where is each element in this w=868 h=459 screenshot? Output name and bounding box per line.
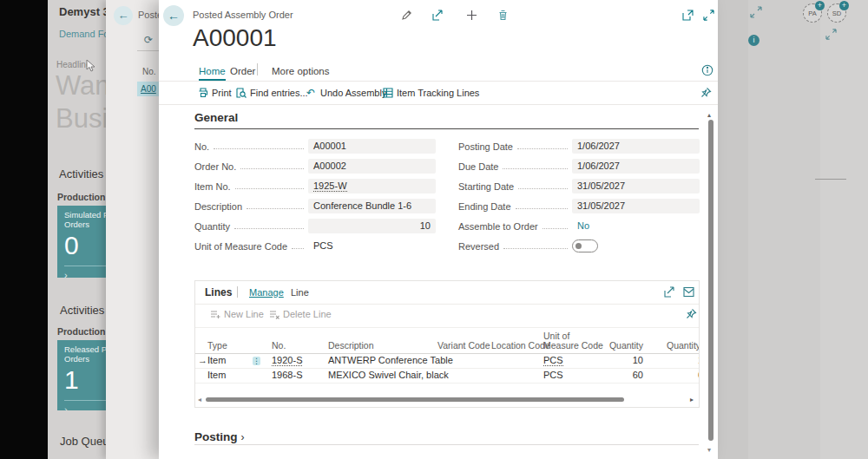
field-value-due-date[interactable]: 1/06/2027 <box>572 159 700 174</box>
cell-type[interactable]: Item <box>207 353 253 368</box>
tile-divider <box>64 266 106 266</box>
backdrop-divider <box>815 179 846 180</box>
tab-more-options[interactable]: More options <box>272 66 329 76</box>
field-label: Ending Date <box>458 201 511 212</box>
new-line-button[interactable]: New Line <box>210 309 264 319</box>
cell-quantity-per[interactable]: 6 <box>645 368 700 383</box>
pin-icon[interactable] <box>686 308 697 319</box>
lines-tab-line[interactable]: Line <box>291 287 309 298</box>
refresh-icon[interactable]: ⟳ <box>144 34 153 46</box>
nav-link-demand-forecast[interactable]: Demand Fo <box>59 29 106 39</box>
avatar-pa[interactable]: PA + <box>803 3 822 23</box>
tile-label: Released Pro <box>64 344 106 354</box>
avatar-initials: PA <box>808 10 816 17</box>
field-value-no[interactable]: A00001 <box>308 139 436 154</box>
background-page: Demyst 3 Demand Fo Headline Wan Busi Act… <box>48 0 106 459</box>
back-button[interactable]: ← <box>163 5 184 26</box>
field-value-assemble-to-order[interactable]: No <box>572 219 700 233</box>
pin-icon[interactable] <box>700 87 712 98</box>
line-row-2[interactable]: Item 1968-S MEXICO Swivel Chair, black P… <box>195 368 700 384</box>
print-label: Print <box>212 88 232 98</box>
cell-description[interactable]: ANTWERP Conference Table <box>328 353 437 368</box>
tab-separator <box>257 63 258 75</box>
posting-section-header[interactable]: Posting › <box>194 430 245 443</box>
field-value-quantity[interactable]: 10 <box>308 219 436 233</box>
col-no[interactable]: No. <box>272 341 328 353</box>
col-variant-code[interactable]: Variant Code <box>437 341 491 353</box>
field-label: Quantity <box>194 221 230 232</box>
cue-tile-simulated-orders[interactable]: Simulated P Orders 0 › <box>57 206 106 278</box>
col-description[interactable]: Description <box>328 341 437 353</box>
dotted-leader <box>542 221 568 229</box>
field-posting-date: Posting Date 1/06/2027 <box>458 139 700 154</box>
cell-no[interactable]: 1968-S <box>272 368 328 383</box>
field-value-order-no[interactable]: A00002 <box>308 159 436 174</box>
mouse-cursor <box>86 60 95 73</box>
toggle-pill[interactable] <box>572 239 598 252</box>
field-label: Order No. <box>194 161 236 172</box>
col-quantity-per[interactable]: Quantity pe <box>645 341 700 353</box>
tab-order[interactable]: Order <box>230 66 255 76</box>
open-in-window-icon[interactable] <box>682 10 694 21</box>
field-value-ending-date[interactable]: 31/05/2027 <box>572 199 700 213</box>
col-location-code[interactable]: Location Code <box>491 341 543 353</box>
cell-quantity[interactable]: 10 <box>600 353 645 368</box>
vertical-scrollbar-thumb[interactable] <box>708 120 713 441</box>
line-row-1[interactable]: → Item ⋮ 1920-S ANTWERP Conference Table… <box>195 353 700 369</box>
field-value-posting-date[interactable]: 1/06/2027 <box>572 139 700 154</box>
tab-home[interactable]: Home <box>199 66 226 81</box>
field-value-starting-date[interactable]: 31/05/2027 <box>572 179 700 193</box>
chevron-right-icon: › <box>64 270 106 278</box>
expand-icon[interactable] <box>703 10 714 21</box>
field-label: Reversed <box>458 241 499 252</box>
lines-tab-manage[interactable]: Manage <box>249 287 284 298</box>
item-no-link[interactable]: 1925-W <box>313 180 347 192</box>
cell-no[interactable]: 1920-S <box>272 353 328 368</box>
col-unit-of-measure[interactable]: Unit ofMeasure Code <box>543 331 600 353</box>
avatar-sd[interactable]: SD + <box>827 3 846 23</box>
reversed-toggle[interactable] <box>572 239 700 252</box>
list-selected-cell[interactable]: A00 <box>137 82 159 96</box>
expand-icon <box>825 29 837 40</box>
cell-uom[interactable]: PCS <box>543 368 600 383</box>
delete-line-label: Delete Line <box>283 309 332 319</box>
field-value-uom[interactable]: PCS <box>308 239 436 253</box>
cell-quantity[interactable]: 60 <box>600 368 645 383</box>
open-lines-icon[interactable] <box>683 286 694 298</box>
scroll-right-icon[interactable]: ▸ <box>690 396 694 403</box>
delete-line-button[interactable]: Delete Line <box>269 309 332 319</box>
field-starting-date: Starting Date 31/05/2027 <box>458 179 700 193</box>
col-quantity[interactable]: Quantity <box>600 341 645 353</box>
field-value-description[interactable]: Conference Bundle 1-6 <box>308 199 436 213</box>
field-quantity: Quantity 10 <box>194 219 436 233</box>
scroll-up-icon[interactable]: ▴ <box>707 111 711 119</box>
row-menu-icon[interactable]: ⋮ <box>253 357 260 365</box>
field-value-item-no[interactable]: 1925-W <box>308 179 436 193</box>
share-icon[interactable] <box>432 10 444 21</box>
item-tracking-lines-button[interactable]: Item Tracking Lines <box>383 86 479 100</box>
cell-uom[interactable]: PCS <box>543 353 600 368</box>
print-button[interactable]: Print <box>198 86 232 100</box>
back-icon[interactable]: ← <box>114 6 133 25</box>
horizontal-scrollbar-thumb[interactable] <box>206 397 624 402</box>
delete-icon[interactable] <box>497 10 509 21</box>
cell-type[interactable]: Item <box>207 368 253 383</box>
dotted-leader <box>240 161 304 169</box>
general-section-title[interactable]: General <box>194 111 238 124</box>
share-icon[interactable] <box>664 286 675 298</box>
cell-description[interactable]: MEXICO Swivel Chair, black <box>328 368 437 383</box>
cell-quantity-per[interactable]: 1 <box>645 353 700 368</box>
find-entries-button[interactable]: Find entries... <box>236 86 308 100</box>
new-document-icon[interactable] <box>466 10 477 21</box>
col-type[interactable]: Type <box>207 341 253 353</box>
dotted-leader <box>517 141 568 149</box>
dotted-leader <box>518 181 568 189</box>
activities-group-1: Production O <box>57 192 106 202</box>
scroll-down-icon[interactable]: ▾ <box>707 446 711 454</box>
scroll-left-icon[interactable]: ◂ <box>198 396 201 403</box>
undo-assembly-button[interactable]: ↶ Undo Assembly <box>306 86 386 100</box>
info-icon[interactable] <box>701 64 713 76</box>
cue-tile-released-orders[interactable]: Released Pro Orders 1 › <box>57 340 106 410</box>
edit-icon[interactable] <box>401 10 412 21</box>
lines-title[interactable]: Lines <box>205 286 232 298</box>
